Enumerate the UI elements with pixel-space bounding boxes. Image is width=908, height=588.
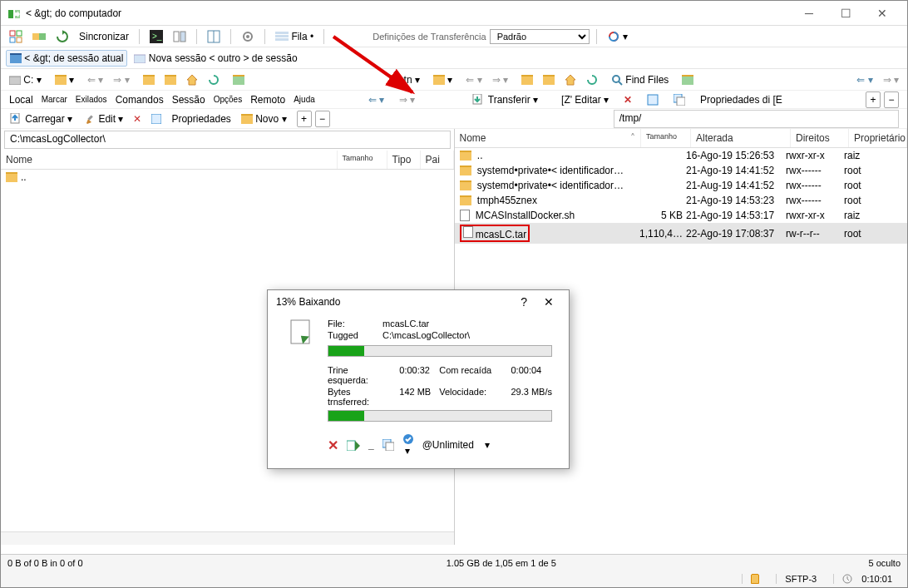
- up-folder-icon-l[interactable]: [140, 73, 158, 86]
- forward-icon-r[interactable]: ⇒ ▾: [489, 72, 511, 87]
- settings-icon[interactable]: [238, 28, 258, 45]
- reconnect-icon[interactable]: ▾: [604, 28, 631, 45]
- menu-local[interactable]: Local: [9, 94, 33, 106]
- left-path[interactable]: C:\mcasLogCollector\: [4, 131, 451, 149]
- refresh-icon-r[interactable]: [583, 72, 601, 87]
- svg-rect-19: [10, 55, 22, 63]
- props-small-icon[interactable]: [148, 112, 165, 126]
- home-icon-r[interactable]: [561, 72, 580, 87]
- transferir-button[interactable]: Transferir ▾: [468, 92, 541, 107]
- titlebar: < &gt; do computador ─ ☐ ✕: [1, 1, 907, 26]
- col-owner-r[interactable]: Proprietário: [849, 129, 907, 147]
- col-type-l[interactable]: Tipo: [387, 151, 421, 169]
- lock-icon: [751, 574, 759, 584]
- table-row[interactable]: ..16-Ago-19 15:26:53rwxr-xr-xraiz: [455, 148, 908, 163]
- forward-icon-l[interactable]: ⇒ ▾: [110, 72, 132, 87]
- menu-remote[interactable]: Remoto: [250, 94, 285, 106]
- session-tab-active[interactable]: < &gt; de sessão atual: [6, 50, 127, 67]
- editar-button[interactable]: [Z' Editar ▾: [558, 92, 612, 107]
- nav-fwd-menu[interactable]: ⇒ ▾: [396, 92, 418, 107]
- right-path[interactable]: /tmp/: [614, 110, 899, 128]
- home-icon-l[interactable]: [183, 72, 201, 87]
- queue-button[interactable]: Fila •: [272, 29, 317, 44]
- list-item[interactable]: ..: [1, 170, 454, 185]
- plus-panel-icon[interactable]: +: [866, 91, 881, 108]
- menu-session[interactable]: Sessão: [172, 94, 205, 106]
- nav-back-far[interactable]: ⇐ ▾: [853, 72, 876, 87]
- open-folder-icon-r[interactable]: ▾: [430, 72, 456, 87]
- table-row[interactable]: systemd•private•< identificador…21-Aug-1…: [455, 178, 908, 193]
- col-size-r[interactable]: Tamanho: [641, 129, 691, 147]
- col-rights-r[interactable]: Direitos: [791, 129, 849, 147]
- col-name-l[interactable]: Nome: [1, 151, 338, 169]
- layout-toggle-icon[interactable]: [204, 28, 224, 45]
- upload-button[interactable]: Carregar ▾: [6, 111, 76, 126]
- new-session-tab[interactable]: Nova sessão < outro > de sessão: [131, 51, 300, 66]
- file-icon: [460, 210, 470, 221]
- properties-button-r[interactable]: Propriedades di [E: [697, 92, 786, 107]
- dialog-close-button[interactable]: ✕: [537, 295, 560, 309]
- up-folder-icon-r[interactable]: [518, 73, 536, 86]
- nav-forward-far[interactable]: ⇒ ▾: [880, 72, 902, 87]
- menu-help[interactable]: Ajuda: [294, 95, 315, 104]
- copy-transfer-icon[interactable]: [382, 439, 394, 451]
- menu-commands[interactable]: Comandos: [116, 94, 164, 106]
- nav-back-menu[interactable]: ⇐ ▾: [365, 92, 387, 107]
- cancel-transfer-icon[interactable]: ✕: [328, 437, 338, 453]
- main-toolbar: Sincronizar >_ Fila • Definições de Tran…: [1, 26, 907, 47]
- transfer-preset-select[interactable]: Padrão: [490, 29, 590, 44]
- col-changed-r[interactable]: Alterada: [691, 129, 791, 147]
- minimize-transfer-icon[interactable]: [347, 439, 360, 451]
- table-row[interactable]: systemd•private•< identificador…21-Ago-1…: [455, 163, 908, 178]
- delete-icon-l[interactable]: ✕: [130, 111, 145, 126]
- dialog-help-button[interactable]: ?: [511, 295, 537, 309]
- minimize-button[interactable]: ─: [791, 2, 827, 25]
- col-size-l[interactable]: Tamanho: [338, 151, 387, 169]
- find-files-button[interactable]: Find Files: [608, 72, 672, 87]
- close-button[interactable]: ✕: [864, 2, 901, 25]
- table-row[interactable]: MCASInstallDocker.sh5 KB21-Ago-19 14:53:…: [455, 208, 908, 223]
- open-folder-icon-l[interactable]: ▾: [52, 72, 77, 87]
- throttle-icon[interactable]: ▾: [402, 433, 414, 457]
- plus-icon-l[interactable]: +: [297, 111, 312, 127]
- props-icon-r[interactable]: [644, 92, 662, 107]
- clock-icon: [842, 574, 852, 584]
- refresh-icon-l[interactable]: [205, 72, 223, 87]
- compare-icon[interactable]: [170, 28, 190, 45]
- minus-panel-icon[interactable]: −: [884, 91, 899, 108]
- drive-select-left[interactable]: C: ▾: [6, 72, 45, 87]
- menu-options[interactable]: Opções: [214, 95, 242, 104]
- sync-reload-icon[interactable]: [52, 28, 72, 45]
- back-icon-r[interactable]: ⇐ ▾: [462, 72, 485, 87]
- sync-folders-icon[interactable]: [29, 28, 49, 45]
- delete-icon[interactable]: ✕: [620, 92, 635, 107]
- new-button[interactable]: Novo ▾: [238, 111, 290, 126]
- col-parent-l[interactable]: Pai: [421, 151, 454, 169]
- dash-icon[interactable]: _: [368, 439, 374, 451]
- maximize-button[interactable]: ☐: [827, 2, 864, 25]
- properties-button-l[interactable]: Propriedades: [168, 111, 234, 126]
- drive-select-right[interactable]: tn ▾: [386, 72, 423, 87]
- minus-icon-l[interactable]: −: [315, 111, 330, 127]
- bookmark-icon-r[interactable]: [679, 73, 697, 86]
- terminal-icon[interactable]: >_: [146, 28, 166, 45]
- sync-button[interactable]: Sincronizar: [76, 29, 132, 44]
- bookmark-icon-l[interactable]: [229, 73, 248, 86]
- svg-rect-35: [347, 441, 355, 451]
- status-center: 1.05 GB de 1,05 em 1 de 5: [430, 558, 869, 568]
- table-row[interactable]: tmph455znex21-Ago-19 14:53:23rwx------ro…: [455, 193, 908, 208]
- menu-mark[interactable]: Marcar: [42, 95, 67, 104]
- speed-limit[interactable]: @Unlimited: [422, 439, 474, 451]
- svg-rect-4: [10, 37, 15, 42]
- left-scrollbar-h[interactable]: [1, 531, 454, 545]
- reload-folder-icon-r[interactable]: [540, 73, 558, 86]
- reload-folder-icon-l[interactable]: [161, 73, 180, 86]
- back-icon-l[interactable]: ⇐ ▾: [84, 72, 106, 87]
- layout-icon[interactable]: [6, 28, 26, 45]
- copy-props-icon[interactable]: [670, 92, 688, 107]
- menu-exilados[interactable]: Exilados: [76, 95, 107, 104]
- edit-button[interactable]: Edit ▾: [82, 111, 126, 126]
- col-name-r[interactable]: Nome ˄: [455, 129, 642, 147]
- svg-rect-31: [151, 114, 161, 124]
- table-row[interactable]: mcasLC.tar1,110,4…22-Ago-19 17:08:37rw-r…: [455, 223, 908, 244]
